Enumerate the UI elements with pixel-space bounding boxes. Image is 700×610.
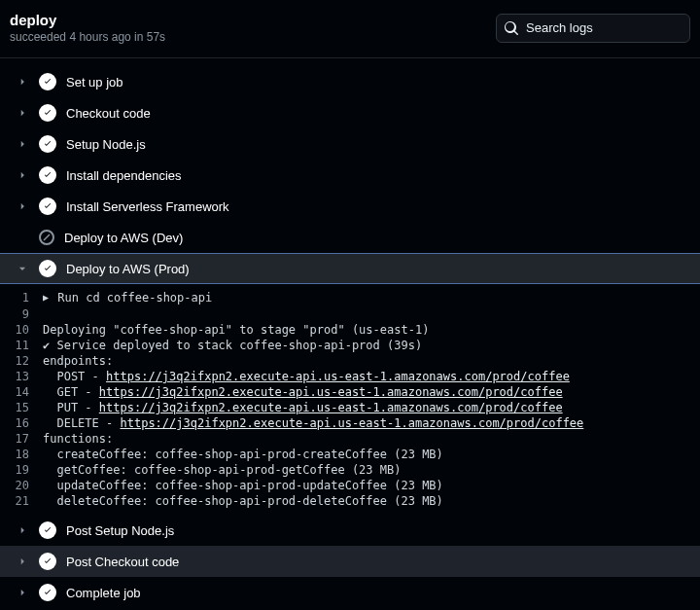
- header-left: deploy succeeded 4 hours ago in 57s: [10, 12, 165, 44]
- log-line: 21 deleteCoffee: coffee-shop-api-prod-de…: [0, 493, 700, 509]
- log-line: 11✔ Service deployed to stack coffee-sho…: [0, 338, 700, 353]
- step-label: Deploy to AWS (Dev): [64, 231, 183, 245]
- svg-line-0: [44, 234, 50, 240]
- log-line: 19 getCoffee: coffee-shop-api-prod-getCo…: [0, 462, 700, 478]
- caret-right-icon: ▶: [43, 292, 49, 303]
- steps-list: Set up job Checkout code Setup Node.js I…: [0, 58, 700, 608]
- step-label: Setup Node.js: [66, 137, 146, 152]
- check-circle-icon: [39, 260, 56, 277]
- step-setup-node[interactable]: Setup Node.js: [0, 128, 700, 160]
- step-post-checkout[interactable]: Post Checkout code: [0, 546, 700, 577]
- step-label: Install Serverless Framework: [66, 199, 229, 214]
- chevron-right-icon: [16, 523, 29, 537]
- log-line: 16 DELETE - https://j3q2ifxpn2.execute-a…: [0, 415, 700, 431]
- log-line: 10Deploying "coffee-shop-api" to stage "…: [0, 322, 700, 338]
- step-deploy-prod[interactable]: Deploy to AWS (Prod): [0, 253, 700, 284]
- log-line[interactable]: 1▶ Run cd coffee-shop-api: [0, 290, 700, 306]
- search-input[interactable]: [496, 14, 690, 43]
- check-circle-icon: [39, 521, 56, 539]
- log-line: 15 PUT - https://j3q2ifxpn2.execute-api.…: [0, 400, 700, 415]
- step-deploy-dev[interactable]: Deploy to AWS (Dev): [0, 222, 700, 253]
- chevron-right-icon: [16, 199, 29, 213]
- log-output: 1▶ Run cd coffee-shop-api 9 10Deploying …: [0, 284, 700, 515]
- search-wrap: [496, 14, 690, 43]
- workflow-title: deploy: [10, 12, 165, 28]
- skip-circle-icon: [39, 230, 54, 245]
- endpoint-link-put[interactable]: https://j3q2ifxpn2.execute-api.us-east-1…: [99, 401, 563, 414]
- check-circle-icon: [39, 73, 56, 90]
- step-setup-job[interactable]: Set up job: [0, 66, 700, 97]
- check-circle-icon: [39, 553, 56, 570]
- step-complete-job[interactable]: Complete job: [0, 577, 700, 608]
- log-line: 14 GET - https://j3q2ifxpn2.execute-api.…: [0, 384, 700, 400]
- check-circle-icon: [39, 166, 56, 184]
- chevron-right-icon: [16, 137, 29, 151]
- step-label: Post Setup Node.js: [66, 523, 174, 538]
- chevron-right-icon: [16, 555, 29, 568]
- log-line: 18 createCoffee: coffee-shop-api-prod-cr…: [0, 447, 700, 462]
- log-line: 12endpoints:: [0, 353, 700, 369]
- step-checkout-code[interactable]: Checkout code: [0, 97, 700, 128]
- workflow-subtitle: succeeded 4 hours ago in 57s: [10, 30, 165, 44]
- chevron-right-icon: [16, 106, 29, 120]
- step-install-deps[interactable]: Install dependencies: [0, 160, 700, 191]
- log-line: 17functions:: [0, 431, 700, 447]
- check-circle-icon: [39, 104, 56, 122]
- step-post-setup-node[interactable]: Post Setup Node.js: [0, 515, 700, 546]
- step-install-serverless[interactable]: Install Serverless Framework: [0, 191, 700, 222]
- search-icon: [504, 20, 519, 36]
- chevron-right-icon: [16, 75, 29, 89]
- step-label: Complete job: [66, 586, 141, 600]
- endpoint-link-post[interactable]: https://j3q2ifxpn2.execute-api.us-east-1…: [106, 370, 570, 383]
- chevron-down-icon: [16, 262, 29, 275]
- chevron-right-icon: [16, 168, 29, 182]
- log-line: 13 POST - https://j3q2ifxpn2.execute-api…: [0, 369, 700, 384]
- step-label: Set up job: [66, 75, 123, 90]
- check-circle-icon: [39, 135, 56, 153]
- log-line: 20 updateCoffee: coffee-shop-api-prod-up…: [0, 478, 700, 493]
- check-circle-icon: [39, 584, 56, 601]
- workflow-header: deploy succeeded 4 hours ago in 57s: [0, 0, 700, 58]
- step-label: Deploy to AWS (Prod): [66, 262, 190, 276]
- endpoint-link-delete[interactable]: https://j3q2ifxpn2.execute-api.us-east-1…: [120, 416, 583, 430]
- endpoint-link-get[interactable]: https://j3q2ifxpn2.execute-api.us-east-1…: [99, 385, 563, 399]
- step-label: Install dependencies: [66, 168, 182, 183]
- check-circle-icon: [39, 197, 56, 215]
- chevron-right-icon: [16, 586, 29, 599]
- step-label: Checkout code: [66, 106, 151, 121]
- step-label: Post Checkout code: [66, 555, 179, 569]
- log-line: 9: [0, 306, 700, 322]
